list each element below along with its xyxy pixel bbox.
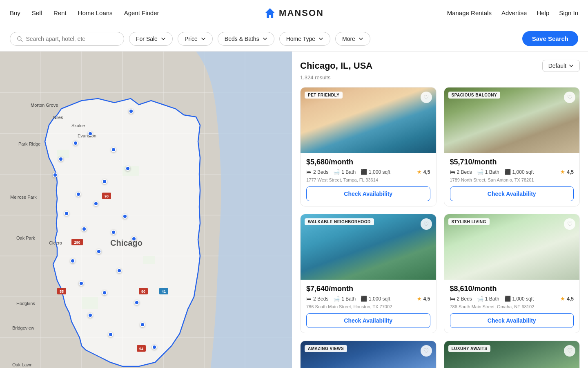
beds-baths-filter[interactable]: Beds & Baths (218, 32, 274, 46)
star-rating: ★ 4,5 (560, 296, 574, 302)
baths-count: 1 Bath (485, 169, 499, 175)
chevron-down-icon (359, 36, 363, 41)
baths-count: 1 Bath (341, 296, 356, 302)
check-availability-button[interactable]: Check Availability (306, 313, 430, 328)
beds-count: 2 Beds (457, 296, 472, 302)
nav-sell[interactable]: Sell (32, 9, 42, 16)
sort-label: Default (548, 63, 566, 69)
favorite-button[interactable]: ♡ (564, 218, 575, 230)
card-badge: PET FRIENDLY (305, 92, 343, 99)
card-image-wrap: PET FRIENDLY ♡ (301, 88, 436, 153)
chevron-down-icon (161, 36, 166, 41)
listing-card[interactable]: WALKABLE NEIGHBORHOOD ♡ $7,640/month 🛏 2… (300, 214, 437, 333)
svg-text:Park Ridge: Park Ridge (18, 141, 40, 146)
logo[interactable]: MANSON (264, 7, 324, 19)
area-icon: ⬛ (504, 169, 511, 175)
nav-buy[interactable]: Buy (10, 9, 20, 16)
card-image-wrap: STYLISH LIVING ♡ (444, 214, 580, 280)
beds-spec: 🛏 2 Beds (450, 296, 472, 302)
area-icon: ⬛ (361, 169, 367, 175)
beds-count: 2 Beds (313, 296, 328, 302)
save-search-button[interactable]: Save Search (522, 31, 578, 46)
more-filter[interactable]: More (335, 32, 370, 46)
sqft-count: 1,000 sqft (512, 169, 534, 175)
bath-icon: 🛁 (477, 169, 483, 175)
nav-help[interactable]: Help (537, 9, 549, 16)
card-specs: 🛏 2 Beds 🛁 1 Bath ⬛ 1,000 sqft ★ 4,5 (306, 296, 430, 302)
nav-left: Buy Sell Rent Home Loans Agent Finder (10, 9, 159, 16)
check-availability-button[interactable]: Check Availability (450, 313, 574, 328)
main-content: 90 290 55 94 41 (0, 52, 588, 368)
price-filter[interactable]: Price (178, 32, 213, 46)
svg-text:Niles: Niles (53, 115, 63, 120)
baths-spec: 🛁 1 Bath (477, 169, 499, 175)
svg-line-2 (21, 40, 22, 41)
card-specs: 🛏 2 Beds 🛁 1 Bath ⬛ 1,000 sqft ★ 4,5 (306, 169, 430, 175)
card-image-wrap: AMAZING VIEWS ♡ (301, 341, 436, 368)
favorite-button[interactable]: ♡ (564, 92, 575, 103)
svg-text:90: 90 (141, 289, 145, 294)
nav-right: Manage Rentals Advertise Help Sign In (447, 9, 578, 16)
nav-manage-rentals[interactable]: Manage Rentals (447, 9, 492, 16)
sqft-count: 1,000 sqft (369, 169, 390, 175)
nav-home-loans[interactable]: Home Loans (78, 9, 113, 16)
card-address: 1789 North Street, San Antonio, TX 78201 (450, 177, 574, 182)
check-availability-button[interactable]: Check Availability (450, 186, 574, 201)
header: Buy Sell Rent Home Loans Agent Finder MA… (0, 0, 588, 26)
sqft-spec: ⬛ 1,000 sqft (361, 296, 390, 302)
card-badge: SPACIOUS BALCONY (448, 92, 501, 99)
svg-text:55: 55 (60, 289, 64, 294)
home-type-filter[interactable]: Home Type (279, 32, 330, 46)
for-sale-filter[interactable]: For Sale (129, 32, 173, 46)
chevron-down-icon (318, 36, 323, 41)
map-panel[interactable]: 90 290 55 94 41 (0, 52, 292, 368)
chevron-down-icon (569, 63, 574, 68)
listing-card[interactable]: SPACIOUS BALCONY ♡ $5,710/month 🛏 2 Beds… (444, 87, 580, 206)
bed-icon: 🛏 (450, 169, 455, 175)
svg-text:Morton Grove: Morton Grove (31, 103, 58, 108)
sort-button[interactable]: Default (542, 60, 580, 72)
results-count: 1,324 results (300, 74, 580, 81)
sqft-spec: ⬛ 1,000 sqft (504, 169, 534, 175)
search-input[interactable] (26, 36, 117, 42)
svg-text:Evanston: Evanston (78, 133, 96, 138)
svg-text:Cicero: Cicero (49, 240, 62, 245)
listing-card[interactable]: STYLISH LIVING ♡ $8,610/month 🛏 2 Beds 🛁… (444, 214, 580, 333)
card-specs: 🛏 2 Beds 🛁 1 Bath ⬛ 1,000 sqft ★ 4,5 (450, 169, 574, 175)
svg-text:Chicago: Chicago (110, 238, 143, 247)
search-input-wrap[interactable] (10, 32, 124, 46)
card-price: $8,610/month (450, 285, 574, 293)
listing-card[interactable]: PET FRIENDLY ♡ $5,680/month 🛏 2 Beds 🛁 1… (300, 87, 437, 206)
nav-rent[interactable]: Rent (53, 9, 67, 16)
nav-advertise[interactable]: Advertise (501, 9, 527, 16)
star-rating: ★ 4,5 (417, 169, 430, 175)
favorite-button[interactable]: ♡ (421, 92, 432, 103)
svg-text:Skokie: Skokie (71, 123, 85, 128)
star-icon: ★ (560, 169, 565, 175)
nav-sign-in[interactable]: Sign In (559, 9, 578, 16)
card-price: $5,710/month (450, 158, 574, 166)
rating-number: 4,5 (423, 169, 430, 175)
listing-card[interactable]: LUXURY AWAITS ♡ (444, 341, 580, 368)
baths-spec: 🛁 1 Bath (333, 169, 356, 175)
area-icon: ⬛ (504, 296, 511, 302)
rating-number: 4,5 (423, 296, 430, 302)
nav-agent-finder[interactable]: Agent Finder (124, 9, 159, 16)
baths-spec: 🛁 1 Bath (477, 296, 499, 302)
favorite-button[interactable]: ♡ (564, 345, 575, 357)
star-icon: ★ (560, 296, 565, 302)
favorite-button[interactable]: ♡ (421, 218, 432, 230)
card-image-wrap: WALKABLE NEIGHBORHOOD ♡ (301, 214, 436, 280)
sqft-spec: ⬛ 1,000 sqft (504, 296, 534, 302)
bath-icon: 🛁 (333, 296, 340, 302)
beds-spec: 🛏 2 Beds (450, 169, 472, 175)
chevron-down-icon (263, 36, 267, 41)
favorite-button[interactable]: ♡ (421, 345, 432, 357)
check-availability-button[interactable]: Check Availability (306, 186, 430, 201)
search-icon (17, 36, 23, 42)
listing-card[interactable]: AMAZING VIEWS ♡ (300, 341, 437, 368)
svg-text:Hodgkins: Hodgkins (16, 301, 35, 306)
beds-count: 2 Beds (457, 169, 472, 175)
map-background: 90 290 55 94 41 (0, 52, 292, 368)
sqft-spec: ⬛ 1,000 sqft (361, 169, 390, 175)
